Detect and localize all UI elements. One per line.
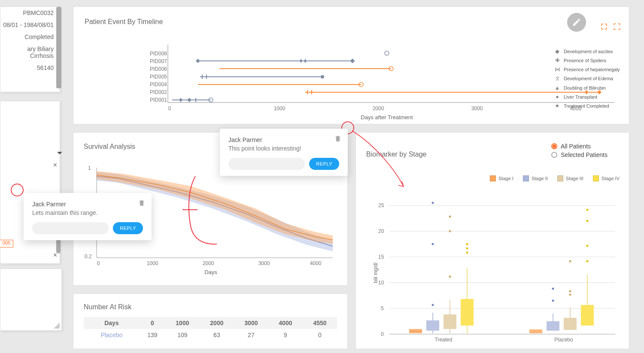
col-header: 0: [140, 317, 165, 329]
x-tick: 1000: [147, 260, 158, 266]
bowtie-icon: ⋈: [554, 66, 560, 72]
timeline-title: Patient Event By Timeline: [85, 18, 618, 26]
biomarker-card: Biomarker by Stage All Patients Selected…: [355, 132, 629, 349]
triangle-icon: ▲: [554, 84, 560, 91]
close-icon[interactable]: ×: [53, 161, 57, 169]
col-header: 3000: [234, 317, 268, 329]
comment-author: Jack Parmer: [228, 136, 339, 143]
y-tick: 0.2: [85, 253, 92, 259]
col-header: 4550: [303, 317, 337, 329]
svg-rect-44: [547, 321, 559, 331]
legend-item: Development of ascites: [564, 49, 613, 54]
svg-point-2: [385, 51, 389, 55]
reply-button[interactable]: REPLY: [309, 158, 339, 170]
svg-point-34: [449, 216, 451, 218]
y-tick: PID008: [150, 51, 167, 57]
svg-point-51: [569, 290, 571, 293]
hourglass-icon: ⧖: [554, 75, 560, 82]
x-tick: 4000: [310, 260, 322, 266]
svg-point-29: [432, 243, 434, 245]
legend-item: Liver Transplant: [564, 94, 597, 100]
x-axis-title: Days: [204, 269, 217, 275]
svg-point-55: [586, 209, 589, 211]
study-date-range: 08/01 - 1984/08/01: [0, 19, 56, 31]
x-tick: Treated: [435, 337, 453, 343]
y-tick: PID007: [150, 58, 167, 64]
y-tick: PID002: [150, 89, 167, 95]
annotation-marker-icon[interactable]: [11, 184, 24, 196]
table-row: Placebo 139 109 63 27 9 0: [84, 329, 337, 341]
svg-rect-43: [529, 329, 542, 333]
reply-input[interactable]: [228, 158, 305, 170]
risk-card: Number At Risk Days 0 1000 2000 3000 400…: [73, 293, 348, 349]
radio-all-patients[interactable]: All Patients: [551, 143, 608, 150]
study-id: PBMC0032: [0, 7, 56, 19]
study-status: Completed: [0, 31, 56, 43]
study-condition: ary Biliary Cirrhosis: [0, 43, 56, 62]
y-axis-title: bili mg/dl: [373, 262, 379, 283]
legend-item: Doubling of Bilirubin: [564, 85, 606, 91]
fullscreen-icon[interactable]: [613, 22, 621, 31]
svg-point-52: [569, 294, 571, 296]
cell: 109: [165, 329, 200, 341]
cell: 63: [200, 329, 234, 341]
y-tick: 25: [378, 202, 384, 208]
swatch-icon: [557, 175, 563, 181]
y-tick: PID004: [150, 81, 167, 87]
y-tick: 15: [378, 254, 384, 260]
circle-icon: ●: [554, 94, 560, 100]
svg-rect-37: [461, 299, 474, 326]
y-tick: 10: [378, 280, 384, 286]
svg-point-56: [586, 220, 589, 222]
resize-handle-icon[interactable]: [53, 322, 60, 329]
biomarker-plot[interactable]: 0 5 10 15 20 25 bili mg/dl Treated Place…: [375, 184, 622, 343]
y-tick: 20: [378, 228, 384, 234]
radio-selected-patients[interactable]: Selected Patients: [551, 151, 608, 158]
x-tick: 0: [168, 106, 171, 112]
y-tick: PID006: [150, 66, 167, 72]
cell: 27: [234, 329, 268, 341]
x-tick: 3000: [471, 106, 483, 112]
comment-popup: Jack Parmer Lets maintain this range. RE…: [24, 193, 152, 240]
scrollbar[interactable]: [56, 7, 61, 88]
radio-label: Selected Patients: [561, 151, 608, 158]
legend-item: Stage III: [566, 176, 583, 181]
x-tick: 3000: [258, 260, 270, 266]
study-info-card: PBMC0032 08/01 - 1984/08/01 Completed ar…: [0, 6, 60, 92]
svg-point-57: [586, 245, 589, 247]
svg-rect-53: [581, 305, 594, 326]
svg-rect-31: [444, 314, 456, 329]
y-tick: 1: [88, 165, 91, 171]
row-label: Placebo: [84, 329, 140, 341]
col-header: Days: [84, 317, 140, 329]
y-tick: 0: [381, 331, 384, 337]
svg-point-36: [449, 276, 451, 278]
swatch-icon: [593, 175, 599, 181]
dropdown-caret-icon[interactable]: [57, 152, 62, 157]
cell: 139: [140, 329, 165, 341]
trash-icon[interactable]: [334, 135, 342, 144]
x-tick: 2000: [373, 106, 384, 112]
svg-rect-48: [564, 318, 577, 330]
edit-button[interactable]: [567, 13, 586, 32]
biomarker-legend: Stage I Stage II Stage III Stage IV: [490, 175, 620, 181]
swatch-icon: [523, 175, 529, 181]
table-header-row: Days 0 1000 2000 3000 4000 4550: [84, 317, 337, 329]
svg-point-46: [552, 300, 554, 302]
svg-point-30: [432, 202, 434, 204]
y-tick: PID005: [150, 74, 167, 80]
timeline-plot[interactable]: PID001 PID002 PID004 PID005 PID006 PID00…: [151, 45, 623, 107]
svg-point-40: [466, 243, 468, 245]
legend-item: Presence of Spiders: [564, 58, 606, 63]
legend-item: Development of Edema: [564, 76, 613, 81]
comment-popup: Jack Parmer This point looks interesting…: [220, 129, 348, 176]
patient-tag[interactable]: 005: [0, 240, 13, 247]
timeline-card: Patient Event By Timeline: [73, 6, 629, 124]
svg-point-41: [466, 247, 468, 250]
reply-button[interactable]: REPLY: [113, 222, 143, 234]
x-tick: Placebo: [554, 337, 573, 343]
expand-icon[interactable]: [600, 22, 608, 31]
reply-input[interactable]: [32, 222, 109, 234]
trash-icon[interactable]: [138, 199, 146, 208]
legend-item: Presence of hepatomegaly: [564, 67, 620, 72]
